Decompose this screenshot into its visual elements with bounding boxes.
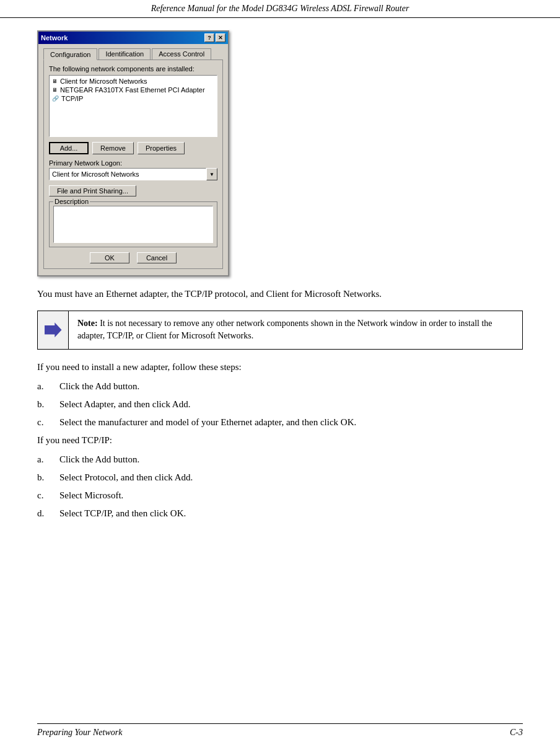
- adapter-step-a: a. Click the Add button.: [37, 380, 523, 393]
- component-buttons: Add... Remove Properties: [49, 142, 217, 154]
- install-tcpip-intro: If you need TCP/IP:: [37, 434, 523, 447]
- tcpip-step-c: c. Select Microsoft.: [37, 489, 523, 502]
- description-content: [53, 206, 213, 243]
- primary-logon-select[interactable]: Client for Microsoft Networks: [49, 168, 206, 180]
- adapter-step-c: c. Select the manufacturer and model of …: [37, 416, 523, 429]
- file-print-sharing-button[interactable]: File and Print Sharing...: [49, 185, 136, 196]
- intro-text: You must have an Ethernet adapter, the T…: [37, 288, 523, 301]
- tab-access-control[interactable]: Access Control: [152, 48, 211, 60]
- note-text: It is not necessary to remove any other …: [77, 319, 492, 340]
- description-groupbox: Description: [49, 201, 217, 247]
- cancel-button[interactable]: Cancel: [137, 252, 177, 263]
- add-button[interactable]: Add...: [49, 142, 89, 154]
- footer-right: C-3: [510, 728, 523, 738]
- footer-left: Preparing Your Network: [37, 728, 122, 738]
- dialog-body: Configuration Identification Access Cont…: [38, 44, 228, 275]
- file-share-row: File and Print Sharing...: [49, 185, 217, 196]
- close-button[interactable]: ✕: [216, 33, 225, 42]
- dropdown-arrow-icon[interactable]: ▼: [206, 168, 217, 180]
- arrow-icon: [45, 322, 62, 337]
- list-item: 🔗 TCP/IP: [51, 94, 216, 103]
- dialog-wrapper: Network ? ✕ Configuration Identification: [37, 30, 523, 276]
- tcpip-step-d: d. Select TCP/IP, and then click OK.: [37, 507, 523, 520]
- installed-label: The following network components are ins…: [49, 65, 217, 73]
- titlebar-controls: ? ✕: [204, 33, 225, 42]
- adapter-icon: 🖥: [52, 87, 58, 93]
- network-dialog: Network ? ✕ Configuration Identification: [37, 30, 229, 276]
- note-icon-cell: [38, 311, 69, 349]
- tcpip-icon: 🔗: [52, 95, 59, 102]
- tab-panel: The following network components are ins…: [43, 60, 223, 269]
- list-item: 🖥 NETGEAR FA310TX Fast Ethernet PCI Adap…: [51, 86, 216, 94]
- note-content: Note: It is not necessary to remove any …: [69, 311, 522, 349]
- primary-logon-row: Primary Network Logon: Client for Micros…: [49, 159, 217, 180]
- dialog-titlebar: Network ? ✕: [38, 32, 228, 44]
- components-listbox[interactable]: 🖥 Client for Microsoft Networks 🖥 NETGEA…: [49, 75, 217, 137]
- tab-configuration[interactable]: Configuration: [43, 48, 97, 60]
- dialog-title: Network: [41, 34, 68, 42]
- tcpip-step-b: b. Select Protocol, and then click Add.: [37, 471, 523, 484]
- client-icon: 🖥: [52, 78, 58, 84]
- install-adapter-intro: If you need to install a new adapter, fo…: [37, 361, 523, 374]
- tab-identification[interactable]: Identification: [98, 48, 151, 60]
- help-button[interactable]: ?: [204, 33, 214, 42]
- list-item: 🖥 Client for Microsoft Networks: [51, 77, 216, 86]
- tcpip-step-a: a. Click the Add button.: [37, 453, 523, 466]
- note-bold: Note:: [77, 319, 98, 328]
- main-content: Network ? ✕ Configuration Identification: [0, 18, 560, 537]
- dialog-tabs: Configuration Identification Access Cont…: [43, 48, 223, 60]
- page-header: Reference Manual for the Model DG834G Wi…: [0, 0, 560, 18]
- description-label: Description: [53, 198, 90, 205]
- note-box: Note: It is not necessary to remove any …: [37, 311, 523, 350]
- adapter-step-b: b. Select Adapter, and then click Add.: [37, 398, 523, 411]
- primary-logon-label: Primary Network Logon:: [49, 159, 217, 167]
- properties-button[interactable]: Properties: [138, 142, 185, 154]
- ok-cancel-row: OK Cancel: [49, 252, 217, 263]
- header-title: Reference Manual for the Model DG834G Wi…: [151, 4, 409, 13]
- ok-button[interactable]: OK: [90, 252, 129, 263]
- primary-logon-select-wrap: Client for Microsoft Networks ▼: [49, 168, 217, 180]
- page-footer: Preparing Your Network C-3: [37, 723, 523, 738]
- remove-button[interactable]: Remove: [92, 142, 134, 154]
